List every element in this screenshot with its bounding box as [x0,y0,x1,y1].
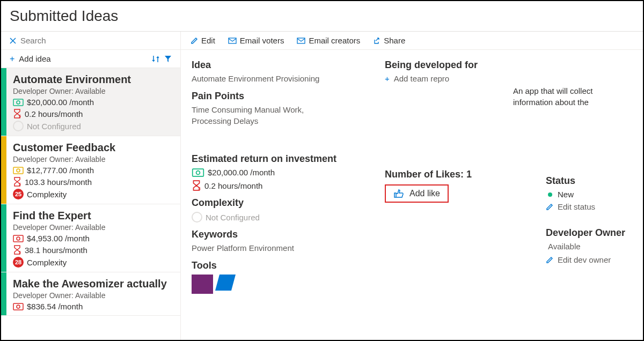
edit-label: Edit [201,36,215,45]
add-like-label: Add like [409,189,440,198]
status-bar [1,136,6,204]
toolbar: Edit Email voters Email creators Share [181,32,643,50]
detail-panel: An app that will collect information abo… [181,50,643,340]
email-creators-label: Email creators [309,36,360,45]
svg-rect-6 [13,235,23,242]
email-voters-button[interactable]: Email voters [228,36,284,45]
list-item-cost: $20,000.00 /month [27,98,94,107]
thumb-up-icon [393,189,404,198]
list-item[interactable]: Automate Environment Developer Owner: Av… [1,68,180,136]
add-team-button[interactable]: + Add team repro [385,74,524,83]
edit-status-label: Edit status [558,202,595,211]
list-item-title: Customer Feedback [13,140,174,154]
dev-owner-value: Available [546,241,632,252]
pain-value: Time Consuming Manual Work, Processing D… [192,104,326,127]
idea-value: Automate Environment Provisioning [192,73,363,84]
list-item-cost: $836.54 /month [27,302,83,311]
status-bar [1,272,6,315]
tools-label: Tools [192,260,363,271]
add-idea-label[interactable]: Add idea [19,54,50,63]
keywords-label: Keywords [192,229,363,240]
list-item[interactable]: Make the Awesomizer actually Developer O… [1,272,180,316]
complexity-value: Not Configured [206,213,260,222]
list-item-complexity: Complexity [27,258,67,267]
idea-label: Idea [192,60,363,71]
edit-icon [191,37,198,45]
svg-point-4 [17,169,20,172]
status-bar [1,204,6,272]
roi-cost: $20,000.00 /month [208,168,275,177]
developed-label: Being developed for [385,60,524,71]
hourglass-icon: $ [13,109,21,118]
share-button[interactable]: Share [373,36,405,45]
plus-icon: + [385,74,390,83]
list-item-owner: Developer Owner: Available [13,155,174,164]
svg-rect-3 [13,167,23,174]
page-title: Submitted Ideas [10,8,634,25]
complexity-badge [13,121,24,131]
clear-search-icon[interactable] [10,38,16,44]
svg-rect-9 [13,303,23,310]
edit-dev-owner-label: Edit dev owner [558,255,611,264]
svg-point-14 [196,171,200,174]
money-icon [13,235,24,242]
svg-text:$: $ [198,186,201,191]
edit-button[interactable]: Edit [191,36,215,45]
mail-icon [297,38,305,44]
sidebar: + Add idea Automate Environment Develope… [1,32,181,340]
list-item-owner: Developer Owner: Available [13,87,174,95]
search-input[interactable] [20,36,172,45]
likes-label: Number of Likes: 1 [385,169,524,180]
edit-icon [546,256,553,264]
money-icon [13,303,24,310]
pain-label: Pain Points [192,91,363,102]
edit-dev-owner-button[interactable]: Edit dev owner [546,255,632,264]
plus-icon[interactable]: + [10,54,14,64]
svg-text:$: $ [19,182,21,186]
status-dot-icon [548,192,552,197]
tool-icon-purple [192,275,213,294]
add-idea-row: + Add idea [1,50,180,68]
svg-text:$: $ [19,250,21,254]
email-creators-button[interactable]: Email creators [297,36,360,45]
hourglass-icon: $ [13,245,21,255]
list-item-title: Automate Environment [13,72,174,86]
svg-point-10 [17,305,20,308]
complexity-label: Complexity [192,197,363,209]
complexity-badge: 28 [13,257,24,268]
add-team-label: Add team repro [394,74,449,83]
search-row[interactable] [1,32,180,50]
svg-rect-0 [13,99,23,106]
idea-list: Automate Environment Developer Owner: Av… [1,68,180,340]
tools-icons [192,275,363,294]
page-header: Submitted Ideas [1,1,643,32]
status-label: Status [546,175,632,187]
add-like-button[interactable]: Add like [385,184,449,203]
keywords-value: Power Platform Environment [192,242,363,254]
list-item-complexity: Complexity [27,190,67,199]
list-item-hours: 103.3 hours/month [25,177,92,187]
status-value: New [558,190,574,199]
share-icon [373,37,380,45]
list-item-owner: Developer Owner: Available [13,291,174,300]
roi-label: Estimated return on investment [192,153,363,165]
status-bar [1,68,6,136]
list-item-complexity: Not Configured [27,122,81,131]
sort-icon[interactable] [151,55,160,63]
list-item[interactable]: Customer Feedback Developer Owner: Avail… [1,136,180,204]
money-icon [13,167,24,174]
filter-icon[interactable] [164,55,172,63]
edit-status-button[interactable]: Edit status [546,202,632,211]
dev-owner-label: Developer Owner [546,227,632,239]
list-item[interactable]: Find the Expert Developer Owner: Availab… [1,204,180,272]
svg-text:$: $ [19,114,21,118]
hourglass-icon: $ [192,180,201,191]
idea-description: An app that will collect information abo… [513,85,631,108]
list-item-title: Find the Expert [13,209,174,223]
list-item-cost: $4,953.00 /month [27,234,90,243]
list-item-hours: 0.2 hours/month [25,109,83,118]
money-icon [13,99,24,106]
svg-point-1 [17,101,20,104]
mail-icon [228,38,237,44]
status-value-row: New [546,190,632,199]
